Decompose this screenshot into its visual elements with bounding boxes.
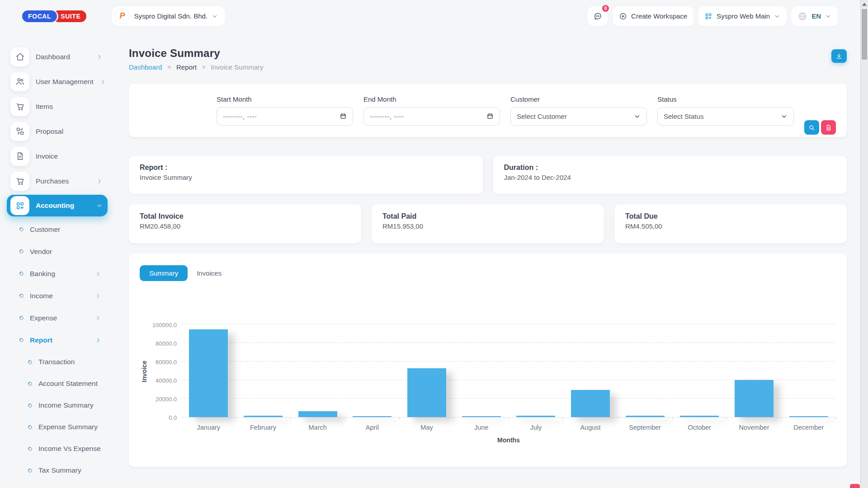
bullet-icon <box>19 249 24 254</box>
bar-slot-december <box>781 325 836 417</box>
report-card-value: Invoice Summary <box>140 174 472 181</box>
status-label: Status <box>657 95 794 103</box>
breadcrumb-separator: > <box>202 64 206 70</box>
sidebar-item-items[interactable]: Items <box>0 94 128 119</box>
x-tick-label: March <box>290 424 345 431</box>
x-tick-label: April <box>345 424 400 431</box>
bar-slot-june <box>454 325 509 417</box>
sidebar-item-label: Invoice <box>36 152 103 160</box>
sidebar-item-banking[interactable]: Banking <box>0 263 128 285</box>
y-axis-title: Invoice <box>140 325 149 418</box>
x-tick-label: May <box>400 424 454 431</box>
breadcrumb-current: Invoice Summary <box>211 63 264 71</box>
app-selector-label: Syspro Web Main <box>717 12 770 20</box>
search-button[interactable] <box>804 120 819 135</box>
chart-plot <box>181 325 836 418</box>
x-tick-label: October <box>672 424 727 431</box>
sidebar-item-user-management[interactable]: User Management <box>0 69 128 94</box>
sidebar-item-tax-summary[interactable]: Tax Summary <box>0 460 128 481</box>
total-paid-card: Total Paid RM15.953,00 <box>372 204 604 243</box>
breadcrumb-report[interactable]: Report <box>176 63 197 71</box>
create-workspace-button[interactable]: Create Workspace <box>613 6 693 26</box>
customer-select[interactable]: Select Customer <box>510 107 647 126</box>
scrollbar-up-arrow[interactable] <box>862 3 867 6</box>
chevron-down-icon <box>774 13 780 19</box>
bar-january[interactable] <box>189 329 228 417</box>
sidebar-item-invoice[interactable]: Invoice <box>0 144 128 169</box>
floating-action-button-peek[interactable] <box>850 484 860 488</box>
language-selector[interactable]: EN <box>791 6 838 26</box>
tab-summary[interactable]: Summary <box>140 265 188 281</box>
bar-slot-october <box>672 325 727 417</box>
filter-buttons <box>804 120 836 135</box>
bullet-icon <box>27 468 33 474</box>
bar-april[interactable] <box>353 416 392 418</box>
sidebar-item-income-summary[interactable]: Income Summary <box>0 394 128 416</box>
end-month-label: End Month <box>363 95 500 103</box>
messages-button[interactable]: 0 <box>587 6 608 26</box>
bar-slot-april <box>345 325 400 417</box>
tab-invoices[interactable]: Invoices <box>190 265 228 281</box>
total-due-label: Total Due <box>625 212 836 221</box>
sidebar-item-expense[interactable]: Expense <box>0 307 128 329</box>
bar-march[interactable] <box>298 411 337 417</box>
x-tick-label: November <box>727 424 782 431</box>
accounting-icon <box>10 196 29 215</box>
sidebar-item-vendor[interactable]: Vendor <box>0 240 128 263</box>
sidebar-item-report[interactable]: Report <box>0 329 128 351</box>
sidebar: DashboardUser ManagementItemsProposalInv… <box>0 32 128 488</box>
info-cards-row: Report : Invoice Summary Duration : Jan-… <box>129 156 847 194</box>
calendar-icon[interactable] <box>340 113 347 120</box>
top-bar: FOCAL SUITE P Syspro Digital Sdn. Bhd. 0… <box>0 0 860 32</box>
scrollbar-thumb[interactable] <box>862 9 867 60</box>
page-scrollbar[interactable] <box>860 0 868 488</box>
breadcrumb-dashboard[interactable]: Dashboard <box>129 63 162 71</box>
start-month-input[interactable]: --------, ---- <box>217 107 353 126</box>
sidebar-item-customer[interactable]: Customer <box>0 218 128 240</box>
chevron-right-icon <box>100 79 106 85</box>
messages-badge: 0 <box>601 4 610 13</box>
bullet-icon <box>19 226 24 232</box>
bar-june[interactable] <box>462 416 501 418</box>
main-content: Invoice Summary Dashboard > Report > Inv… <box>129 32 847 488</box>
bar-february[interactable] <box>244 416 283 417</box>
bar-november[interactable] <box>735 380 774 417</box>
total-due-value: RM4.505,00 <box>625 222 836 230</box>
download-button[interactable] <box>831 49 847 63</box>
customer-label: Customer <box>510 95 647 103</box>
bar-august[interactable] <box>571 390 610 417</box>
sidebar-item-expense-summary[interactable]: Expense Summary <box>0 416 128 438</box>
app-selector[interactable]: Syspro Web Main <box>698 6 787 26</box>
bar-october[interactable] <box>680 416 719 417</box>
status-select[interactable]: Select Status <box>657 107 794 126</box>
bar-september[interactable] <box>626 416 665 417</box>
sidebar-item-label: Tax Summary <box>38 466 101 474</box>
sidebar-item-transaction[interactable]: Transaction <box>0 351 128 373</box>
cart-icon <box>10 172 29 191</box>
bullet-icon <box>27 359 33 365</box>
sidebar-item-income[interactable]: Income <box>0 285 128 307</box>
calendar-icon[interactable] <box>486 113 494 120</box>
top-right-cluster: 0 Create Workspace Syspro Web Main EN <box>587 6 838 26</box>
plus-circle-icon <box>619 12 627 20</box>
clear-filter-icon <box>825 124 832 131</box>
chevron-down-icon <box>212 13 218 19</box>
sidebar-item-label: Purchases <box>36 177 90 185</box>
sidebar-item-proposal[interactable]: Proposal <box>0 119 128 144</box>
globe-icon <box>797 11 807 21</box>
reset-filter-button[interactable] <box>821 120 836 135</box>
breadcrumb-separator: > <box>167 64 171 70</box>
sidebar-item-account-statement[interactable]: Account Statement <box>0 373 128 394</box>
bar-december[interactable] <box>789 416 828 418</box>
sidebar-item-income-vs-expense[interactable]: Income Vs Expense <box>0 438 128 460</box>
bar-july[interactable] <box>516 416 555 417</box>
chart-card: Summary Invoices Invoice 0.020000.040000… <box>129 253 847 467</box>
end-month-input[interactable]: --------, ---- <box>363 107 500 126</box>
bar-may[interactable] <box>407 368 446 417</box>
invoice-bar-chart: Invoice 0.020000.040000.060000.080000.01… <box>140 325 836 418</box>
sidebar-item-purchases[interactable]: Purchases <box>0 169 128 193</box>
workspace-selector[interactable]: P Syspro Digital Sdn. Bhd. <box>112 6 225 26</box>
sidebar-item-accounting[interactable]: Accounting <box>7 195 108 216</box>
report-info-card: Report : Invoice Summary <box>129 156 483 194</box>
sidebar-item-dashboard[interactable]: Dashboard <box>0 44 128 69</box>
